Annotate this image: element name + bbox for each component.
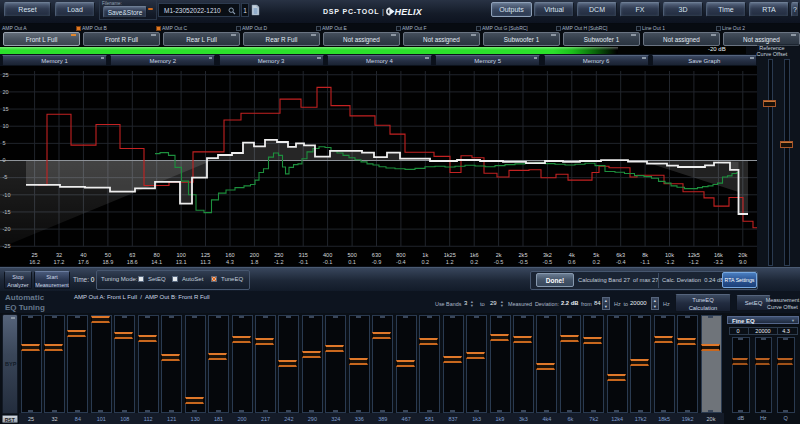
svg-text:250: 250 xyxy=(274,252,283,258)
svg-text:-0.9: -0.9 xyxy=(372,259,382,265)
svg-text:16.2: 16.2 xyxy=(29,259,40,265)
svg-text:1k25: 1k25 xyxy=(444,252,456,258)
svg-text:1.8: 1.8 xyxy=(251,259,259,265)
svg-text:0.2: 0.2 xyxy=(592,259,600,265)
svg-text:6k3: 6k3 xyxy=(616,252,625,258)
svg-text:8k: 8k xyxy=(642,252,648,258)
svg-text:0.2: 0.2 xyxy=(421,259,429,265)
svg-text:-15: -15 xyxy=(3,209,11,215)
svg-text:9.0: 9.0 xyxy=(739,259,747,265)
svg-text:16k: 16k xyxy=(714,252,723,258)
svg-text:100: 100 xyxy=(176,252,185,258)
svg-text:80: 80 xyxy=(154,252,160,258)
svg-text:32: 32 xyxy=(56,252,62,258)
svg-text:2k5: 2k5 xyxy=(518,252,527,258)
svg-text:315: 315 xyxy=(299,252,308,258)
svg-text:20k: 20k xyxy=(738,252,747,258)
svg-text:400: 400 xyxy=(323,252,332,258)
svg-text:1.2: 1.2 xyxy=(446,259,454,265)
svg-text:63: 63 xyxy=(129,252,135,258)
svg-text:500: 500 xyxy=(347,252,356,258)
svg-text:2k: 2k xyxy=(496,252,502,258)
svg-text:0: 0 xyxy=(3,157,6,163)
svg-text:50: 50 xyxy=(105,252,111,258)
svg-text:3k2: 3k2 xyxy=(543,252,552,258)
svg-text:25: 25 xyxy=(31,252,37,258)
svg-text:-0.5: -0.5 xyxy=(518,259,528,265)
svg-text:-3.2: -3.2 xyxy=(714,259,724,265)
svg-text:5: 5 xyxy=(3,140,6,146)
svg-text:1k: 1k xyxy=(422,252,428,258)
svg-text:HELIX: HELIX xyxy=(395,7,423,17)
svg-text:11.3: 11.3 xyxy=(200,259,210,265)
svg-text:10: 10 xyxy=(3,123,9,129)
svg-text:-1.2: -1.2 xyxy=(689,259,699,265)
svg-text:160: 160 xyxy=(225,252,234,258)
svg-text:-1.2: -1.2 xyxy=(274,259,284,265)
svg-text:-1.1: -1.1 xyxy=(640,259,650,265)
svg-text:800: 800 xyxy=(396,252,405,258)
svg-text:18.9: 18.9 xyxy=(102,259,113,265)
svg-text:18.6: 18.6 xyxy=(127,259,138,265)
svg-text:4k: 4k xyxy=(569,252,575,258)
svg-text:1k6: 1k6 xyxy=(470,252,479,258)
svg-text:25: 25 xyxy=(3,72,9,78)
svg-text:-0.5: -0.5 xyxy=(494,259,504,265)
svg-text:-0.4: -0.4 xyxy=(616,259,626,265)
svg-text:4.3: 4.3 xyxy=(226,259,234,265)
svg-text:125: 125 xyxy=(201,252,210,258)
svg-text:200: 200 xyxy=(250,252,259,258)
svg-text:13.1: 13.1 xyxy=(176,259,187,265)
svg-text:12k5: 12k5 xyxy=(688,252,700,258)
svg-text:-0.1: -0.1 xyxy=(298,259,308,265)
svg-text:10k: 10k xyxy=(665,252,674,258)
svg-text:15: 15 xyxy=(3,106,9,112)
svg-text:-25: -25 xyxy=(3,243,11,249)
svg-text:-0.5: -0.5 xyxy=(543,259,553,265)
svg-text:17.2: 17.2 xyxy=(54,259,65,265)
svg-text:-20: -20 xyxy=(3,226,11,232)
svg-text:0.2: 0.2 xyxy=(470,259,478,265)
svg-text:-5: -5 xyxy=(3,174,8,180)
svg-text:5k: 5k xyxy=(593,252,599,258)
svg-text:0.1: 0.1 xyxy=(348,259,356,265)
svg-text:0.6: 0.6 xyxy=(568,259,576,265)
svg-text:-1.2: -1.2 xyxy=(665,259,675,265)
svg-text:-0.1: -0.1 xyxy=(323,259,333,265)
svg-text:14.1: 14.1 xyxy=(151,259,162,265)
svg-text:20: 20 xyxy=(3,89,9,95)
svg-text:40: 40 xyxy=(80,252,86,258)
svg-text:-0.4: -0.4 xyxy=(396,259,406,265)
svg-text:-10: -10 xyxy=(3,192,11,198)
svg-text:630: 630 xyxy=(372,252,381,258)
svg-text:17.6: 17.6 xyxy=(78,259,89,265)
